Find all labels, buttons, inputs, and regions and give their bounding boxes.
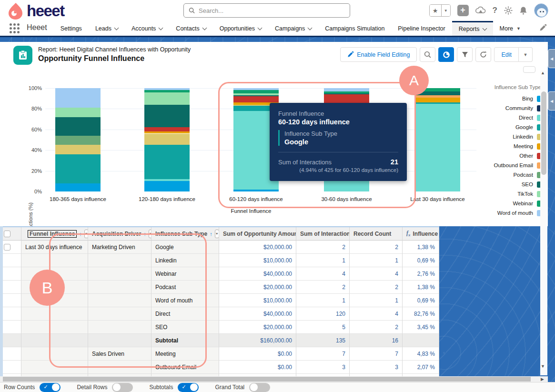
row-checkbox[interactable] (4, 244, 10, 251)
bar-segment-linkedin[interactable] (55, 145, 101, 154)
bar-segment-direct[interactable] (415, 104, 460, 191)
bar-segment-bing[interactable] (55, 183, 101, 191)
enable-field-editing-button[interactable]: Enable Field Editing (340, 47, 417, 62)
bar-segment-tiktok[interactable] (144, 92, 190, 105)
bar-segment-webinar[interactable] (324, 91, 369, 93)
hscroll-right-arrow-icon[interactable]: ▶ (541, 376, 544, 382)
vscroll-down-arrow-icon[interactable]: ▼ (541, 364, 545, 369)
bar-segment-webinar[interactable] (144, 90, 190, 92)
bar-segment-other[interactable] (233, 96, 279, 102)
nav-tab-settings[interactable]: Settings (54, 21, 89, 36)
column-menu-button[interactable]: ▼ (84, 230, 88, 238)
vscroll-thumb[interactable] (541, 91, 546, 175)
column-label[interactable]: Acquisition Driver (92, 231, 141, 237)
find-in-report-button[interactable] (420, 47, 435, 62)
column-influence-sub-type[interactable]: Influence Sub Type ↑ ▼ (151, 227, 219, 241)
legend-item-outbound-email[interactable]: Outbound Email (469, 161, 543, 170)
setup-gear-icon[interactable] (504, 6, 513, 15)
help-icon[interactable]: ? (493, 6, 497, 15)
legend-item-google[interactable]: Google (469, 122, 543, 132)
edit-nav-pencil-icon[interactable] (539, 24, 546, 31)
sort-asc-icon[interactable]: ↑ (210, 231, 212, 237)
edit-button[interactable]: Edit (494, 47, 519, 62)
column-label[interactable]: Funnel Influence (28, 230, 77, 238)
bar-segment-google[interactable] (144, 145, 190, 179)
stacked-bar-last-30-days-influence[interactable] (415, 88, 460, 191)
nav-tab-accounts[interactable]: Accounts (125, 21, 169, 36)
star-icon[interactable]: ★ (430, 5, 441, 16)
favorites-caret-icon[interactable]: ▼ (441, 5, 450, 16)
legend-item-meeting[interactable]: Meeting (469, 141, 543, 151)
nav-tab-leads[interactable]: Leads (89, 21, 125, 36)
bar-segment-word-of-mouth[interactable] (55, 88, 101, 108)
legend-item-other[interactable]: Other (469, 151, 543, 161)
column-label[interactable]: Sum of Interactions (300, 231, 350, 237)
hscroll-thumb[interactable] (3, 377, 531, 382)
global-search[interactable] (183, 3, 350, 18)
filter-button[interactable] (457, 47, 473, 62)
edit-dropdown-button[interactable]: ▼ (519, 47, 533, 62)
legend-item-webinar[interactable]: Webinar (469, 199, 543, 208)
bar-segment-google[interactable] (415, 102, 460, 103)
bar-segment-linkedin[interactable] (144, 134, 190, 145)
search-input[interactable] (199, 7, 345, 14)
toggle-grand-total[interactable] (249, 383, 270, 392)
bar-segment-other[interactable] (144, 127, 190, 131)
bar-segment-seo[interactable] (324, 93, 369, 94)
toggle-subtotals[interactable]: ✓ (178, 383, 199, 392)
column-label[interactable]: Influence % (413, 231, 440, 237)
bar-segment-seo[interactable] (233, 95, 279, 96)
app-name[interactable]: Heeet (25, 21, 54, 36)
bar-segment-tiktok[interactable] (55, 108, 101, 117)
nav-tab-contacts[interactable]: Contacts (169, 21, 212, 36)
nav-tab-reports[interactable]: Reports (452, 21, 493, 36)
legend-item-seo[interactable]: SEO (469, 180, 543, 189)
legend-item-podcast[interactable]: Podcast (469, 170, 543, 180)
legend-item-community[interactable]: Community (469, 103, 543, 113)
bar-segment-outbound-email[interactable] (415, 95, 460, 97)
toggle-detail-rows[interactable] (112, 383, 133, 392)
column-menu-button[interactable]: ▼ (215, 230, 219, 238)
horizontal-scrollbar[interactable]: ▶ (0, 376, 548, 382)
select-all-checkbox[interactable] (4, 231, 10, 237)
bar-segment-seo[interactable] (55, 117, 101, 136)
legend-item-bing[interactable]: Bing (469, 94, 543, 103)
bar-segment-word-of-mouth[interactable] (144, 88, 190, 90)
column-label[interactable]: Record Count (353, 231, 391, 237)
bar-segment-bing[interactable] (144, 181, 190, 191)
user-avatar[interactable] (534, 3, 548, 18)
stacked-bar-180-365-days-influence[interactable] (55, 88, 101, 191)
bar-segment-word-of-mouth[interactable] (324, 88, 369, 91)
toggle-chart-button[interactable] (438, 47, 454, 62)
toggle-row-counts[interactable]: ✓ (40, 383, 61, 392)
column-record-count[interactable]: Record Count (350, 227, 403, 241)
column-label[interactable]: Sum of Opportunity Amount (223, 231, 296, 237)
column-influence-percent[interactable]: fx Influence % ▼ (403, 227, 439, 241)
nav-tab-more[interactable]: More▼ (493, 21, 527, 36)
nav-tab-campaigns[interactable]: Campaigns (268, 21, 318, 36)
bar-segment-meeting[interactable] (144, 131, 190, 133)
bar-segment-webinar[interactable] (233, 90, 279, 93)
bar-segment-bing[interactable] (233, 190, 279, 191)
expand-panel-left-arrow-icon[interactable]: ◀ (548, 91, 555, 111)
column-funnel-influence[interactable]: Funnel Influence ↑ ▼ (21, 227, 88, 241)
legend-item-tiktok[interactable]: TikTok (469, 189, 543, 199)
trailhead-icon[interactable] (475, 6, 486, 15)
bar-segment-podcast[interactable] (55, 136, 101, 145)
sort-asc-icon[interactable]: ↑ (79, 231, 82, 237)
column-sum-interactions[interactable]: Sum of Interactions (296, 227, 350, 241)
column-acquisition-driver[interactable]: Acquisition Driver ↑ ▼ (88, 227, 151, 241)
nav-tab-campaigns-simulation[interactable]: Campaigns Simulation (318, 21, 391, 36)
notifications-bell-icon[interactable] (519, 6, 527, 15)
column-sum-opportunity-amount[interactable]: Sum of Opportunity Amount (219, 227, 296, 241)
bar-segment-direct[interactable] (144, 179, 190, 181)
legend-item-linkedin[interactable]: Linkedin (469, 132, 543, 141)
nav-tab-opportunities[interactable]: Opportunities (213, 21, 268, 36)
app-launcher-icon[interactable] (10, 23, 20, 34)
legend-item-direct[interactable]: Direct (469, 113, 543, 122)
chart-scroll-handle[interactable] (523, 66, 535, 73)
column-label[interactable]: Influence Sub Type (155, 231, 207, 237)
bar-segment-google[interactable] (55, 154, 101, 183)
expand-panel-left-arrow-icon[interactable]: ◀ (548, 49, 555, 68)
quick-create-icon[interactable]: + (457, 5, 469, 16)
